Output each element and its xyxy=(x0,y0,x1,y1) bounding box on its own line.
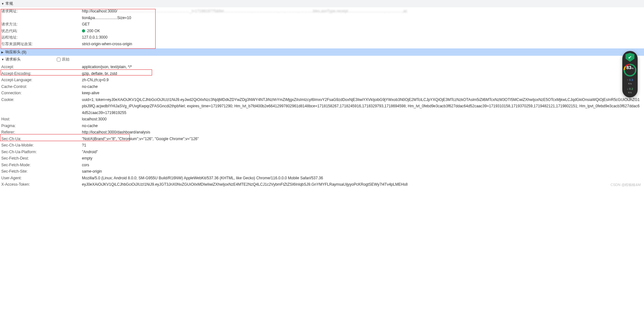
header-label: Sec-Fetch-Mode: xyxy=(1,162,82,168)
header-label: Sec-Fetch-Site: xyxy=(1,168,82,175)
perf-ring: 83% xyxy=(624,64,636,76)
header-value: http://localhost:3000/dashboard/analysis xyxy=(82,129,644,136)
label-remote-address: 远程地址: xyxy=(1,34,82,41)
label-request-method: 请求方法: xyxy=(1,21,82,28)
section-header-request[interactable]: ▼ 请求标头 原始 xyxy=(0,56,644,63)
value-request-url: http://localhost:3000/..................… xyxy=(82,8,644,21)
response-count: (9) xyxy=(22,50,26,54)
header-value: empty xyxy=(82,155,644,162)
raw-checkbox[interactable] xyxy=(57,58,61,61)
header-value: keep-alive xyxy=(82,90,644,97)
perf-percent: 83 xyxy=(626,65,632,70)
header-label: Host: xyxy=(1,116,82,123)
header-value: eyJ0eXAiOiJKV1QiLCJhbGciOiJIUzI1NiJ9.eyJ… xyxy=(82,181,644,188)
request-header-row: User-Agent:Mozilla/5.0 (Linux; Android 8… xyxy=(1,175,644,182)
caret-right-icon: ▶ xyxy=(1,51,4,54)
header-label: Pragma: xyxy=(1,123,82,129)
speed-up: ↑ 0.3 K/s xyxy=(627,78,633,85)
section-header-general[interactable]: ▼ 常规 xyxy=(0,0,644,7)
header-value: application/json, text/plain, */* xyxy=(82,64,644,70)
row-remote-address: 远程地址: 127.0.0.1:3000 xyxy=(1,34,644,41)
label-status-code: 状态代码: xyxy=(1,28,82,34)
request-header-row: Accept-Language:zh-CN,zh;q=0.9 xyxy=(1,77,644,83)
request-header-row: Sec-Ch-Ua:"Not/A)Brand";v="8", "Chromium… xyxy=(1,136,644,142)
value-status-code: 200 OK xyxy=(82,28,644,34)
header-label: User-Agent: xyxy=(1,175,82,182)
header-value: ?1 xyxy=(82,142,644,149)
header-label: Sec-Ch-Ua-Platform: xyxy=(1,149,82,155)
header-value: uuid=1; token=eyJ0eXAiOiJKV1QiLCJhbGciOi… xyxy=(82,97,644,116)
section-title-response: 响应标头 xyxy=(5,49,21,55)
caret-down-icon: ▼ xyxy=(1,58,4,61)
request-header-row: Accept:application/json, text/plain, */* xyxy=(1,64,644,70)
raw-label-text: 原始 xyxy=(62,57,70,62)
request-header-row: Connection:keep-alive xyxy=(1,90,644,97)
header-label: Accept: xyxy=(1,64,82,70)
value-referrer-policy: strict-origin-when-cross-origin xyxy=(82,41,644,47)
header-label: Accept-Encoding: xyxy=(1,70,82,77)
label-request-url: 请求网址: xyxy=(1,8,82,15)
raw-checkbox-label[interactable]: 原始 xyxy=(57,57,70,62)
request-header-row: Referer:http://localhost:3000/dashboard/… xyxy=(1,129,644,136)
request-header-row: X-Access-Token:eyJ0eXAiOiJKV1QiLCJhbGciO… xyxy=(1,181,644,188)
row-status-code: 状态代码: 200 OK xyxy=(1,28,644,34)
value-request-method: GET xyxy=(82,21,644,28)
caret-down-icon: ▼ xyxy=(1,2,4,5)
general-rows: 请求网址: http://localhost:3000/............… xyxy=(0,7,644,48)
request-header-row: Sec-Fetch-Site:same-origin xyxy=(1,168,644,175)
header-label: Connection: xyxy=(1,90,82,97)
section-title-request: 请求标头 xyxy=(5,57,21,62)
request-header-rows: Accept:application/json, text/plain, */*… xyxy=(0,63,644,189)
request-header-row: Sec-Ch-Ua-Mobile:?1 xyxy=(1,142,644,149)
header-label: Sec-Fetch-Dest: xyxy=(1,155,82,162)
speed-down: ↓ 0.2 K/s xyxy=(627,87,633,94)
header-label: Cache-Control: xyxy=(1,83,82,90)
label-referrer-policy: 引荐来源网址政策: xyxy=(1,41,82,47)
request-header-row: Cache-Control:no-cache xyxy=(1,83,644,90)
request-header-row: Accept-Encoding:gzip, deflate, br, zstd xyxy=(1,70,644,77)
row-request-method: 请求方法: GET xyxy=(1,21,644,28)
status-dot-icon xyxy=(82,29,85,32)
header-value: no-cache xyxy=(82,83,644,90)
header-value: cors xyxy=(82,162,644,168)
request-header-row: Pragma:no-cache xyxy=(1,123,644,129)
request-header-row: Host:localhost:3000 xyxy=(1,116,644,123)
section-header-response[interactable]: ▶ 响应标头 (9) xyxy=(0,48,644,56)
request-header-row: Sec-Ch-Ua-Platform:"Android" xyxy=(1,149,644,155)
header-value: "Not/A)Brand";v="8", "Chromium";v="126",… xyxy=(82,136,644,142)
header-value: gzip, deflate, br, zstd xyxy=(82,70,644,77)
section-title-general: 常规 xyxy=(5,1,13,6)
value-remote-address: 127.0.0.1:3000 xyxy=(82,34,644,41)
request-header-row: Cookie:uuid=1; token=eyJ0eXAiOiJKV1QiLCJ… xyxy=(1,97,644,116)
watermark: CSDN @程楠楠&M xyxy=(611,182,641,187)
request-header-row: Sec-Fetch-Dest:empty xyxy=(1,155,644,162)
header-label: Cookie: xyxy=(1,97,82,103)
header-value: localhost:3000 xyxy=(82,116,644,123)
perf-percent-sign: % xyxy=(631,67,633,70)
header-label: X-Access-Token: xyxy=(1,181,82,188)
header-value: "Android" xyxy=(82,149,644,155)
header-label: Referer: xyxy=(1,129,82,136)
header-label: Accept-Language: xyxy=(1,77,82,83)
header-label: Sec-Ch-Ua-Mobile: xyxy=(1,142,82,149)
header-label: Sec-Ch-Ua: xyxy=(1,136,82,142)
header-value: Mozilla/5.0 (Linux; Android 8.0.0; SM-G9… xyxy=(82,175,644,182)
request-header-row: Sec-Fetch-Mode:cors xyxy=(1,162,644,168)
row-request-url: 请求网址: http://localhost:3000/............… xyxy=(1,8,644,21)
perf-widget[interactable]: ✔ 83% ↑ 0.3 K/s ↓ 0.2 K/s xyxy=(622,51,638,97)
header-value: zh-CN,zh;q=0.9 xyxy=(82,77,644,83)
header-value: no-cache xyxy=(82,123,644,129)
header-value: same-origin xyxy=(82,168,644,175)
row-referrer-policy: 引荐来源网址政策: strict-origin-when-cross-origi… xyxy=(1,41,644,47)
perf-ring-inner: 83% xyxy=(625,65,635,75)
shield-icon: ✔ xyxy=(626,53,634,62)
